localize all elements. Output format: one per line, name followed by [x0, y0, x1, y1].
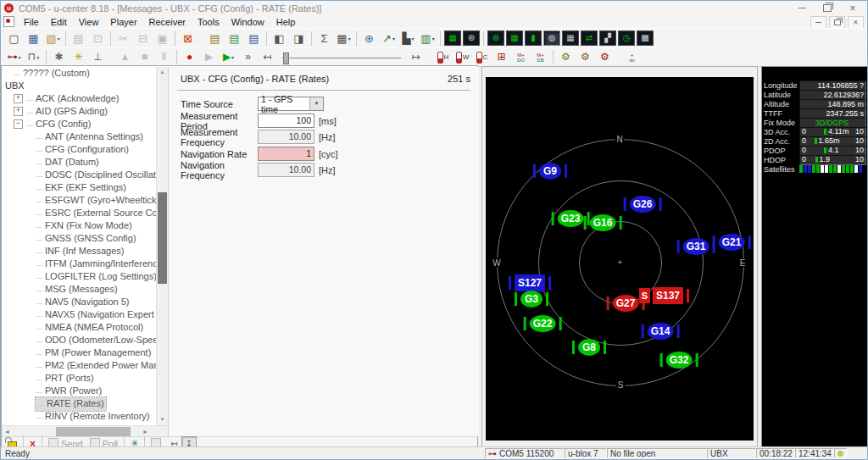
- mdi-restore-button[interactable]: [829, 16, 845, 29]
- load-config-button[interactable]: M+DB: [531, 48, 550, 66]
- tree-item-nav5[interactable]: NAV5 (Navigation 5): [2, 296, 156, 308]
- gnss-config-button[interactable]: ⚙: [556, 48, 576, 66]
- cold-start-button[interactable]: C: [472, 48, 492, 66]
- sky-view-button[interactable]: ◍: [543, 30, 560, 46]
- menu-window[interactable]: Window: [225, 17, 270, 27]
- eject-button[interactable]: ▲: [115, 48, 135, 66]
- baudrate-button[interactable]: ⊓▾: [24, 48, 43, 66]
- tree-item-pm[interactable]: PM (Power Management): [2, 346, 156, 359]
- statistic-view-button[interactable]: Σ: [314, 30, 334, 47]
- clock-view-button[interactable]: ◷: [618, 30, 635, 46]
- horizontal-scroll-thumb[interactable]: [56, 427, 131, 436]
- minimize-button[interactable]: [789, 1, 815, 15]
- navigation-rate-input[interactable]: 1: [258, 147, 314, 161]
- dropdown-arrow-icon[interactable]: ▾: [432, 36, 435, 42]
- dropdown-arrow-icon[interactable]: ▾: [392, 36, 395, 42]
- measurement-period-input[interactable]: 100: [258, 114, 314, 128]
- text-console-button[interactable]: ▤: [205, 30, 225, 47]
- tree-expander-icon[interactable]: −: [14, 119, 23, 129]
- grid-view-button[interactable]: ▩: [637, 30, 654, 46]
- mdi-close-button[interactable]: [848, 16, 864, 29]
- tree-item-?????[interactable]: ????? (Custom): [2, 67, 156, 80]
- tree-vertical-scrollbar[interactable]: [156, 67, 168, 425]
- print-preview-button[interactable]: ⊡: [88, 30, 108, 47]
- menu-receiver[interactable]: Receiver: [143, 17, 192, 27]
- menu-view[interactable]: View: [73, 17, 105, 27]
- altitude-view-button[interactable]: ▞: [599, 30, 616, 46]
- chevron-down-icon[interactable]: [309, 97, 323, 110]
- messages-view-button[interactable]: ⇄: [581, 30, 598, 46]
- connect-receiver-button[interactable]: ⊶▾: [4, 48, 24, 66]
- tree-item-prt[interactable]: PRT (Ports): [2, 372, 156, 385]
- packet-console-button[interactable]: ▤: [225, 30, 244, 47]
- vertical-scroll-thumb[interactable]: [158, 192, 167, 284]
- tree-item-aid[interactable]: +AID (GPS Aiding): [2, 105, 156, 118]
- tree-item-rinv[interactable]: RINV (Remote Inventory): [2, 410, 156, 423]
- tree-item-ack[interactable]: +ACK (Acknowledge): [2, 92, 156, 105]
- print-button[interactable]: ▤: [69, 30, 88, 47]
- tree-item-cfg[interactable]: CFG (Configuration): [2, 143, 156, 156]
- tree-item-esrc[interactable]: ESRC (External Source Config): [2, 207, 156, 219]
- bar-chart-view-button[interactable]: ▥▾: [418, 30, 437, 47]
- dead-reckoning-button[interactable]: +do: [622, 48, 642, 66]
- tree-item-pm2[interactable]: PM2 (Extended Power Managemer: [2, 359, 156, 372]
- dropdown-arrow-icon[interactable]: ▾: [411, 36, 414, 42]
- save-file-button[interactable]: ▦: [24, 30, 43, 47]
- signal-graph-view-button[interactable]: ▮: [525, 30, 542, 46]
- dropdown-arrow-icon[interactable]: ▾: [348, 36, 351, 42]
- tree-expander-icon[interactable]: +: [14, 107, 23, 116]
- tree-item-gnss[interactable]: GNSS (GNSS Config): [2, 232, 156, 245]
- tree-item-rate[interactable]: RATE (Rates): [2, 397, 156, 410]
- camera-view-button[interactable]: ▦: [444, 30, 461, 46]
- close-button[interactable]: [840, 1, 865, 15]
- save-config-button[interactable]: M+DO: [511, 48, 531, 66]
- menu-edit[interactable]: Edit: [45, 17, 73, 27]
- jump-to-begin-button[interactable]: ↤: [258, 48, 277, 66]
- menu-help[interactable]: Help: [270, 17, 302, 27]
- restore-button[interactable]: [815, 1, 840, 15]
- binary-console-button[interactable]: ▤: [244, 30, 264, 47]
- stop-player-button[interactable]: ■: [135, 48, 154, 66]
- player-position-slider[interactable]: [282, 51, 401, 64]
- fast-forward-button[interactable]: »: [238, 48, 258, 66]
- pause-player-button[interactable]: Ⅱ: [154, 48, 174, 66]
- dropdown-arrow-icon[interactable]: ▾: [231, 54, 234, 60]
- tree-item-navx5[interactable]: NAVX5 (Navigation Expert 5): [2, 308, 156, 321]
- tree-item-inf[interactable]: INF (Inf Messages): [2, 245, 156, 258]
- hot-start-button[interactable]: H: [433, 48, 453, 66]
- autobauding-button[interactable]: ✱: [49, 48, 69, 66]
- tree-item-logfilter[interactable]: LOGFILTER (Log Settings): [2, 270, 156, 283]
- tree-item-pwr[interactable]: PWR (Power): [2, 385, 156, 397]
- step-forward-button[interactable]: ▶: [199, 48, 219, 66]
- dock-window-right-button[interactable]: ◨: [289, 30, 309, 47]
- mdi-minimize-button[interactable]: [810, 16, 826, 29]
- dock-window-left-button[interactable]: ◧: [270, 30, 289, 47]
- reset-receiver-button[interactable]: ⊞: [492, 48, 511, 66]
- open-file-button[interactable]: ▧▾: [43, 30, 63, 47]
- receiver-config-button[interactable]: ⚙: [576, 48, 595, 66]
- new-file-button[interactable]: ▢: [4, 30, 24, 47]
- play-button[interactable]: ▶▾: [219, 48, 238, 66]
- menu-file[interactable]: File: [18, 17, 45, 27]
- paste-button[interactable]: ▣: [153, 30, 172, 47]
- table-view-button[interactable]: ▦▾: [334, 30, 353, 47]
- warm-start-button[interactable]: W: [453, 48, 472, 66]
- disconnect-button[interactable]: ⊠: [178, 30, 198, 47]
- debug-messages-button[interactable]: ✳: [69, 48, 88, 66]
- dropdown-arrow-icon[interactable]: ▾: [58, 36, 60, 42]
- histogram-view-button[interactable]: ▙▾: [398, 30, 418, 47]
- scroll-up-icon[interactable]: [157, 67, 168, 78]
- time-source-select[interactable]: 1 - GPS time: [258, 97, 324, 111]
- menu-tools[interactable]: Tools: [192, 17, 225, 27]
- tree-horizontal-scrollbar[interactable]: [2, 425, 168, 437]
- tree-item-fxn[interactable]: FXN (Fix Now Mode): [2, 219, 156, 232]
- data-view-button[interactable]: ▦: [562, 30, 579, 46]
- ground-track-view-button[interactable]: ▦: [506, 30, 523, 46]
- chart-view-button[interactable]: ↗▾: [379, 30, 398, 47]
- scroll-down-icon[interactable]: [157, 414, 168, 425]
- tree-item-ant[interactable]: ANT (Antenna Settings): [2, 130, 156, 143]
- dropdown-arrow-icon[interactable]: ▾: [36, 54, 39, 60]
- cut-button[interactable]: ✂: [114, 30, 133, 47]
- tree-item-cfg[interactable]: −CFG (Config): [2, 118, 156, 130]
- deviation-map-view-button[interactable]: ⊛: [487, 30, 504, 46]
